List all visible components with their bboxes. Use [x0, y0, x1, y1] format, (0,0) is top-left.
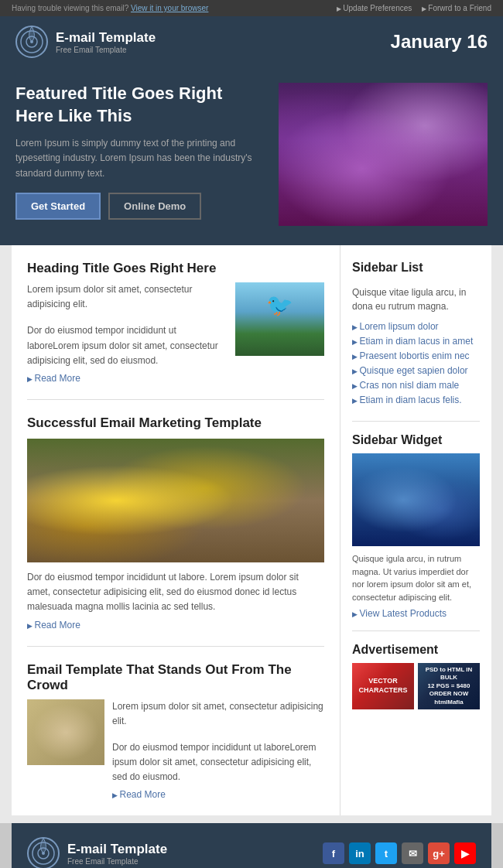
article-1-body: Lorem ipsum dolor sit amet, consectetur …: [27, 282, 324, 384]
view-browser-link[interactable]: View it in your browser: [131, 4, 208, 12]
list-item-link[interactable]: Etiam in diam lacus in amet: [360, 336, 474, 347]
sidebar-list-desc: Quisque vitae ligula arcu, in dona eu ru…: [352, 285, 480, 313]
footer-main: E-mail Template Free Email Template f in…: [12, 823, 491, 868]
bird-image: [235, 282, 324, 356]
advertisement-heading: Advertisement: [352, 630, 480, 657]
update-prefs-link[interactable]: Update Preferences: [337, 4, 412, 12]
hero-image: [279, 83, 488, 226]
sidebar-widget-text: Quisque igula arcu, in rutrum magna. Ut …: [352, 552, 480, 603]
hero-buttons: Get Started Online Demo: [15, 193, 263, 220]
right-column: Sidebar List Quisque vitae ligula arcu, …: [340, 245, 491, 815]
hero-section: Featured Title Goes Right Here Like This…: [0, 67, 503, 245]
hero-title: Featured Title Goes Right Here Like This: [15, 83, 263, 127]
sidebar-widget-heading: Sidebar Widget: [352, 433, 480, 447]
sidebar-widget-image: [352, 453, 480, 546]
header: E-mail Template Free Email Template Janu…: [0, 16, 503, 67]
ad-image-2: PSD to HTML IN BULK 12 PGS = $480 ORDER …: [418, 663, 480, 709]
hero-content: Featured Title Goes Right Here Like This…: [15, 83, 263, 220]
shell-image: [27, 699, 104, 765]
ad-2-text: PSD to HTML IN BULK 12 PGS = $480 ORDER …: [418, 666, 480, 706]
article-3-text: Lorem ipsum dolor sit amet, consectetur …: [112, 699, 324, 801]
list-item: Cras non nisl diam male: [352, 380, 480, 391]
get-started-button[interactable]: Get Started: [15, 193, 101, 220]
footer-logo-title: E-mail Template: [67, 842, 167, 857]
ad-image-1: VECTOR CHARACTERS: [352, 663, 414, 709]
list-item-link[interactable]: Quisque eget sapien dolor: [360, 365, 468, 376]
article-2-heading: Successful Email Marketing Template: [27, 415, 324, 431]
article-1: Heading Title Goes Right Here Lorem ipsu…: [27, 261, 324, 400]
hero-flower-image: [279, 83, 488, 226]
article-3-text2: Dor do eiusmod tempor incididunt ut labo…: [112, 740, 324, 785]
hero-description: Lorem Ipsum is simply dummy text of the …: [15, 136, 263, 181]
main-wrapper: Heading Title Goes Right Here Lorem ipsu…: [0, 245, 503, 823]
article-1-text1: Lorem ipsum dolor sit amet, consectetur …: [27, 282, 226, 312]
article-1-heading: Heading Title Goes Right Here: [27, 261, 324, 276]
logo-title: E-mail Template: [56, 30, 156, 46]
email-icon[interactable]: ✉: [402, 842, 423, 864]
facebook-icon[interactable]: f: [323, 842, 344, 864]
googleplus-icon[interactable]: g+: [428, 842, 450, 864]
article-3-body: Lorem ipsum dolor sit amet, consectetur …: [27, 699, 324, 801]
article-2: Successful Email Marketing Template Dor …: [27, 415, 324, 647]
forward-friend-link[interactable]: Forwrd to a Friend: [422, 4, 491, 12]
ad-1-text: VECTOR CHARACTERS: [359, 677, 408, 695]
sidebar-list-heading: Sidebar List: [352, 261, 480, 279]
list-item-link[interactable]: Cras non nisl diam male: [360, 380, 460, 391]
footer-logo-subtitle: Free Email Template: [67, 857, 167, 866]
footer-logo-icon: [27, 837, 60, 868]
footer-logo-text: E-mail Template Free Email Template: [67, 842, 167, 866]
top-bar: Having trouble viewing this email? View …: [0, 0, 503, 16]
main-content: Heading Title Goes Right Here Lorem ipsu…: [12, 245, 491, 815]
list-item-link[interactable]: Praesent lobortis enim nec: [360, 350, 470, 361]
article-1-read-more[interactable]: Read More: [27, 373, 226, 384]
article-3-read-more[interactable]: Read More: [112, 789, 324, 800]
list-item: Lorem lipsum dolor: [352, 321, 480, 332]
article-1-text2: Dor do eiusmod tempor incididunt ut labo…: [27, 323, 226, 368]
youtube-icon[interactable]: ▶: [454, 842, 476, 864]
article-2-read-more[interactable]: Read More: [27, 620, 324, 630]
list-item: Etiam in diam lacus felis.: [352, 395, 480, 405]
linkedin-icon[interactable]: in: [349, 842, 371, 864]
list-item-link[interactable]: Lorem lipsum dolor: [360, 321, 439, 332]
list-item: Etiam in diam lacus in amet: [352, 336, 480, 347]
social-icons: f in t ✉ g+ ▶: [323, 842, 476, 864]
article-3-text1: Lorem ipsum dolor sit amet, consectetur …: [112, 699, 324, 729]
topbar-left: Having trouble viewing this email? View …: [12, 4, 208, 12]
footer-logo: E-mail Template Free Email Template: [27, 837, 167, 868]
topbar-right: Update Preferences Forwrd to a Friend: [329, 4, 491, 12]
article-1-text: Lorem ipsum dolor sit amet, consectetur …: [27, 282, 226, 384]
online-demo-button[interactable]: Online Demo: [108, 193, 201, 220]
list-item: Praesent lobortis enim nec: [352, 350, 480, 361]
left-column: Heading Title Goes Right Here Lorem ipsu…: [12, 245, 340, 815]
list-item-link[interactable]: Etiam in diam lacus felis.: [360, 395, 462, 405]
article-3: Email Template That Stands Out From The …: [27, 662, 324, 801]
logo-subtitle: Free Email Template: [56, 46, 156, 54]
list-item: Quisque eget sapien dolor: [352, 365, 480, 376]
logo-text: E-mail Template Free Email Template: [56, 30, 156, 54]
article-2-flower-image: [27, 439, 324, 562]
view-products-link[interactable]: View Latest Products: [352, 608, 480, 619]
sidebar-list: Lorem lipsum dolor Etiam in diam lacus i…: [352, 321, 480, 422]
twitter-icon[interactable]: t: [375, 842, 397, 864]
article-3-heading: Email Template That Stands Out From The …: [27, 662, 324, 693]
advertisement-images: VECTOR CHARACTERS PSD to HTML IN BULK 12…: [352, 663, 480, 709]
logo-area: E-mail Template Free Email Template: [15, 26, 156, 58]
article-1-image: [235, 282, 324, 356]
article-2-text: Dor do eiusmod tempor incididunt ut labo…: [27, 570, 324, 615]
logo-icon: [15, 26, 48, 58]
header-date: January 16: [391, 31, 488, 53]
